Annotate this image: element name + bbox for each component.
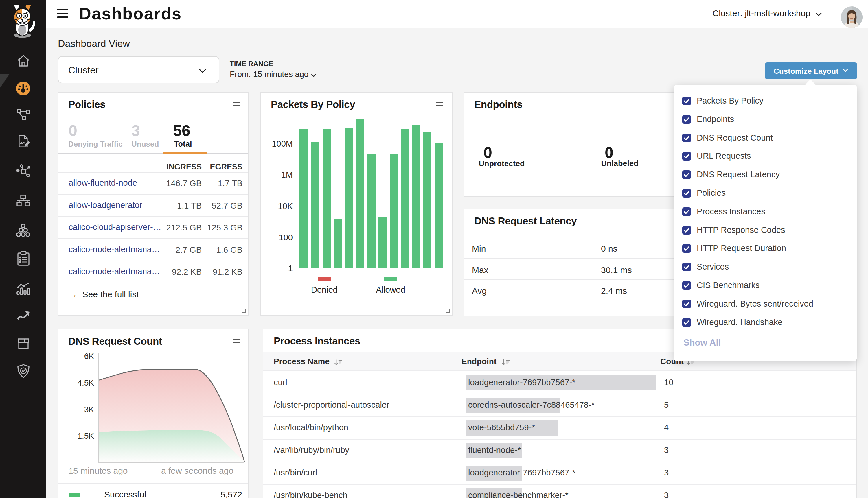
svg-text:Successful: Successful: [104, 489, 146, 498]
svg-text:3K: 3K: [84, 405, 94, 414]
svg-text:15 minutes ago: 15 minutes ago: [68, 466, 128, 475]
svg-text:100: 100: [279, 233, 293, 242]
svg-text:10K: 10K: [278, 201, 293, 211]
svg-text:Allowed: Allowed: [376, 285, 405, 294]
svg-text:4.5K: 4.5K: [77, 378, 94, 387]
svg-text:Denied: Denied: [311, 285, 338, 294]
svg-text:6K: 6K: [84, 352, 94, 361]
svg-text:1M: 1M: [281, 170, 293, 179]
svg-text:1.5K: 1.5K: [77, 432, 94, 441]
svg-text:100M: 100M: [272, 139, 293, 148]
svg-text:1: 1: [288, 264, 293, 273]
svg-text:5,572: 5,572: [220, 489, 242, 498]
svg-text:a few seconds ago: a few seconds ago: [161, 466, 233, 475]
